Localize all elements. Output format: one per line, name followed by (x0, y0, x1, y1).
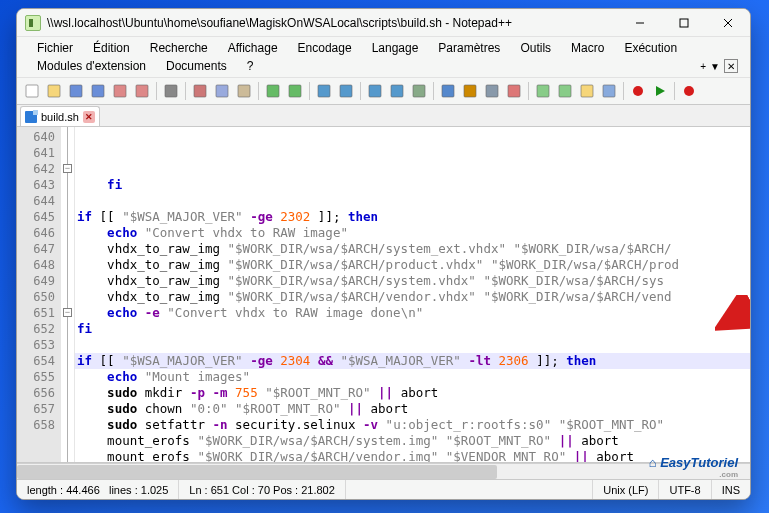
toolbar (17, 77, 750, 105)
menu-modulesdextension[interactable]: Modules d'extension (27, 57, 156, 75)
close-all-button[interactable] (131, 80, 153, 102)
svg-rect-26 (559, 85, 571, 97)
record-button[interactable] (627, 80, 649, 102)
paste-button[interactable] (233, 80, 255, 102)
close-button[interactable] (109, 80, 131, 102)
close-button[interactable] (706, 9, 750, 37)
undo-button[interactable] (262, 80, 284, 102)
status-pos: Ln : 651 Col : 70 Pos : 21.802 (179, 480, 346, 499)
svg-rect-4 (26, 85, 38, 97)
menu-macro[interactable]: Macro (561, 39, 614, 57)
all-chars-button[interactable] (459, 80, 481, 102)
editor[interactable]: 6406416426436446456466476486496506516526… (17, 127, 750, 463)
tab-label: build.sh (41, 111, 79, 123)
menu-paramtres[interactable]: Paramètres (428, 39, 510, 57)
plus-icon[interactable]: + (700, 61, 706, 72)
svg-rect-12 (216, 85, 228, 97)
horizontal-scrollbar[interactable] (17, 463, 750, 479)
fold-gutter[interactable]: −− (61, 127, 75, 462)
svg-rect-14 (267, 85, 279, 97)
svg-rect-7 (92, 85, 104, 97)
menu-fichier[interactable]: Fichier (27, 39, 83, 57)
chevron-down-icon[interactable]: ▼ (710, 61, 720, 72)
annotation-arrow (655, 279, 715, 315)
code-line[interactable]: fi (75, 177, 750, 193)
menu-recherche[interactable]: Recherche (140, 39, 218, 57)
menu-langage[interactable]: Langage (362, 39, 429, 57)
file-type-icon (25, 111, 37, 123)
svg-rect-23 (486, 85, 498, 97)
code-line[interactable]: if [[ "$WSA_MAJOR_VER" -ge 2304 && "$WSA… (75, 353, 750, 369)
func-list-button[interactable] (554, 80, 576, 102)
file-tab[interactable]: build.sh ✕ (20, 106, 100, 126)
save-all-button[interactable] (87, 80, 109, 102)
fold-toggle[interactable]: − (63, 164, 72, 173)
folder-button[interactable] (576, 80, 598, 102)
zoom-out-button[interactable] (386, 80, 408, 102)
svg-rect-21 (442, 85, 454, 97)
indent-guide-button[interactable] (481, 80, 503, 102)
sync-button[interactable] (408, 80, 430, 102)
code-line[interactable]: echo "Mount images" (75, 369, 750, 385)
code-line[interactable]: mount_erofs "$WORK_DIR/wsa/$ARCH/system.… (75, 433, 750, 449)
menu-tail: + ▼ ✕ (700, 59, 744, 73)
code-line[interactable]: sudo mkdir -p -m 755 "$ROOT_MNT_RO" || a… (75, 385, 750, 401)
code-area[interactable]: fi if [[ "$WSA_MAJOR_VER" -ge 2302 ]]; t… (75, 127, 750, 462)
record-stop-button[interactable] (678, 80, 700, 102)
svg-rect-28 (603, 85, 615, 97)
copy-button[interactable] (211, 80, 233, 102)
code-line[interactable] (75, 193, 750, 209)
open-button[interactable] (43, 80, 65, 102)
menu-[interactable]: ? (237, 57, 264, 75)
replace-button[interactable] (335, 80, 357, 102)
cut-button[interactable] (189, 80, 211, 102)
svg-rect-6 (70, 85, 82, 97)
code-line[interactable]: sudo chown "0:0" "$ROOT_MNT_RO" || abort (75, 401, 750, 417)
code-line[interactable] (75, 337, 750, 353)
word-wrap-button[interactable] (437, 80, 459, 102)
maximize-button[interactable] (662, 9, 706, 37)
menu-close-icon[interactable]: ✕ (724, 59, 738, 73)
code-line[interactable]: vhdx_to_raw_img "$WORK_DIR/wsa/$ARCH/sys… (75, 241, 750, 257)
code-line[interactable]: fi (75, 321, 750, 337)
status-encoding[interactable]: UTF-8 (659, 480, 711, 499)
menu-outils[interactable]: Outils (510, 39, 561, 57)
svg-rect-11 (194, 85, 206, 97)
svg-rect-22 (464, 85, 476, 97)
doc-map-button[interactable] (532, 80, 554, 102)
fold-toggle[interactable]: − (63, 308, 72, 317)
monitor-button[interactable] (598, 80, 620, 102)
play-button[interactable] (649, 80, 671, 102)
menu-documents[interactable]: Documents (156, 57, 237, 75)
save-button[interactable] (65, 80, 87, 102)
code-line[interactable]: vhdx_to_raw_img "$WORK_DIR/wsa/$ARCH/pro… (75, 257, 750, 273)
status-ovr[interactable]: INS (712, 480, 750, 499)
code-line[interactable]: sudo setfattr -n security.selinux -v "u:… (75, 417, 750, 433)
code-line[interactable]: vhdx_to_raw_img "$WORK_DIR/wsa/$ARCH/sys… (75, 273, 750, 289)
watermark: ⌂ EasyTutoriel .com (649, 455, 738, 479)
code-line[interactable]: vhdx_to_raw_img "$WORK_DIR/wsa/$ARCH/ven… (75, 289, 750, 305)
code-line[interactable]: if [[ "$WSA_MAJOR_VER" -ge 2302 ]]; then (75, 209, 750, 225)
lang-button[interactable] (503, 80, 525, 102)
code-line[interactable]: echo "Convert vhdx to RAW image" (75, 225, 750, 241)
window-title: \\wsl.localhost\Ubuntu\home\soufiane\Mag… (47, 16, 618, 30)
svg-rect-25 (537, 85, 549, 97)
menu-encodage[interactable]: Encodage (288, 39, 362, 57)
menu-dition[interactable]: Édition (83, 39, 140, 57)
tab-bar: build.sh ✕ (17, 105, 750, 127)
svg-rect-15 (289, 85, 301, 97)
menu-affichage[interactable]: Affichage (218, 39, 288, 57)
redo-button[interactable] (284, 80, 306, 102)
status-eol[interactable]: Unix (LF) (593, 480, 659, 499)
minimize-button[interactable] (618, 9, 662, 37)
tab-close-icon[interactable]: ✕ (83, 111, 95, 123)
code-line[interactable]: echo -e "Convert vhdx to RAW image done\… (75, 305, 750, 321)
app-window: \\wsl.localhost\Ubuntu\home\soufiane\Mag… (16, 8, 751, 500)
svg-rect-13 (238, 85, 250, 97)
print-button[interactable] (160, 80, 182, 102)
menu-excution[interactable]: Exécution (614, 39, 687, 57)
find-button[interactable] (313, 80, 335, 102)
zoom-in-button[interactable] (364, 80, 386, 102)
new-button[interactable] (21, 80, 43, 102)
svg-rect-8 (114, 85, 126, 97)
